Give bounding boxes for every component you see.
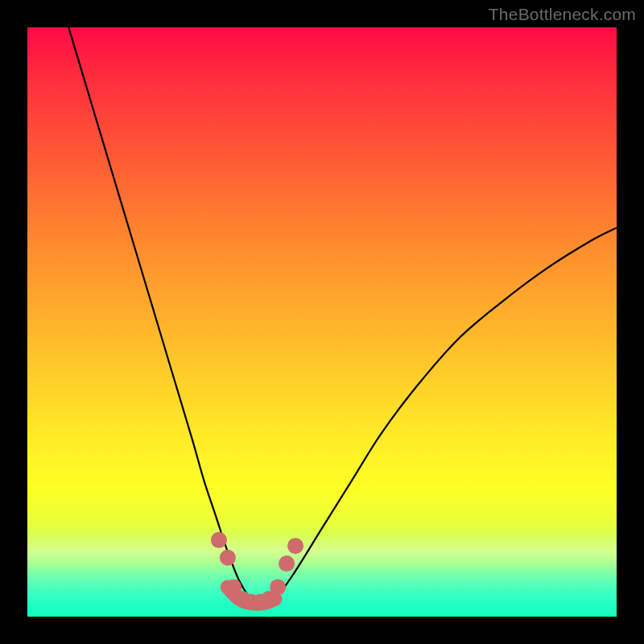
- valley-markers: [211, 532, 303, 610]
- chart-frame: TheBottleneck.com: [0, 0, 644, 644]
- bottleneck-curve: [68, 27, 617, 605]
- valley-marker: [270, 579, 286, 595]
- valley-marker: [220, 550, 236, 566]
- valley-marker: [279, 555, 295, 572]
- valley-marker: [211, 532, 227, 548]
- plot-area: [27, 27, 617, 617]
- watermark-text: TheBottleneck.com: [489, 5, 636, 24]
- valley-marker: [287, 538, 303, 554]
- chart-svg: [27, 27, 617, 617]
